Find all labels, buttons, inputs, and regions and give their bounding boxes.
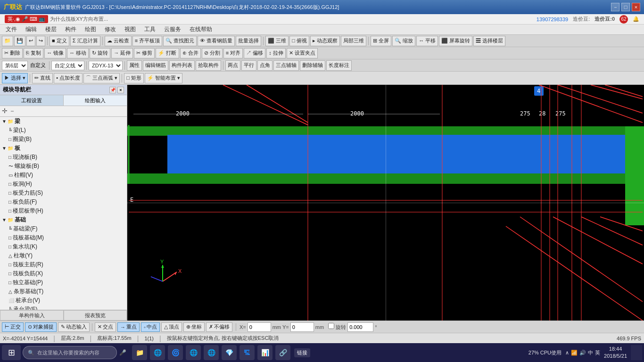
- maximize-button[interactable]: □: [621, 3, 630, 11]
- btn-split[interactable]: ⊘ 分割: [202, 48, 223, 58]
- btn-rectangle[interactable]: □ 矩形: [124, 73, 144, 83]
- tree-item-quanliang-b[interactable]: □ 圈梁(B): [0, 135, 127, 144]
- tray-ime-cn[interactable]: 中: [588, 349, 593, 356]
- btn-properties[interactable]: 属性: [127, 60, 142, 71]
- line-type-selector[interactable]: 自定义线: [51, 61, 84, 70]
- notif-text[interactable]: 为什么筏板XY方向布置...: [50, 16, 108, 23]
- rotate-input[interactable]: [347, 322, 373, 332]
- snap-coordinate[interactable]: ⊕ 坐标: [183, 322, 205, 332]
- btn-rotate[interactable]: ↻ 旋转: [90, 48, 110, 58]
- tab-drawing-input[interactable]: 绘图输入: [64, 95, 127, 106]
- tree-item-banfujin[interactable]: □板负筋(F): [0, 197, 127, 206]
- btn-offset[interactable]: ↗ 偏移: [244, 48, 265, 58]
- menu-cloud[interactable]: 云服务: [160, 25, 185, 34]
- menu-component[interactable]: 构件: [61, 25, 80, 34]
- tree-item-dulijijichuP[interactable]: □独立基础(P): [0, 278, 127, 287]
- tree-item-bandong[interactable]: □板洞(H): [0, 180, 127, 189]
- tree-item-fabanjinX[interactable]: □筏板负筋(X): [0, 269, 127, 278]
- btn-select[interactable]: ▶ 选择 ▾: [2, 73, 28, 83]
- btn-three-arc[interactable]: ⌒ 三点画弧 ▾: [83, 73, 120, 83]
- start-button[interactable]: ⊞: [2, 345, 21, 360]
- snap-no-offset[interactable]: ✗ 不偏移: [206, 322, 232, 332]
- btn-delete-aux[interactable]: 删除辅轴: [300, 60, 325, 71]
- btn-save[interactable]: 💾: [14, 36, 25, 46]
- show-desktop-btn[interactable]: [631, 345, 642, 360]
- tree-item-zhudunY[interactable]: △柱墩(Y): [0, 251, 127, 260]
- btn-pan[interactable]: ↔ 平移: [416, 36, 438, 46]
- btn-delete[interactable]: ✂ 删除: [2, 48, 23, 58]
- btn-pick-component[interactable]: 拾取构件: [196, 60, 221, 71]
- tab-project-settings[interactable]: 工程设置: [0, 95, 64, 106]
- menu-view[interactable]: 视图: [121, 25, 140, 34]
- btn-3d[interactable]: ⬛ 三维: [265, 36, 289, 46]
- tray-ime-en[interactable]: 英: [595, 349, 600, 356]
- component-selector[interactable]: ZDYX-13: [89, 61, 123, 70]
- tree-item-jishukengK[interactable]: □集水坑(K): [0, 242, 127, 251]
- sidebar-close-btn[interactable]: ×: [117, 87, 124, 93]
- btn-component-list[interactable]: 构件列表: [169, 60, 195, 71]
- tray-sound[interactable]: 🔊: [579, 350, 586, 356]
- tree-folder-beam[interactable]: ▼ 📁 梁: [0, 117, 127, 126]
- taskbar-clock[interactable]: 18:44 2018/5/21: [604, 346, 627, 360]
- cad-canvas-area[interactable]: 2000 2000 275 28 275 E 4: [127, 85, 644, 321]
- btn-cloud-check[interactable]: ☁ 云检查: [105, 36, 132, 46]
- btn-single-component[interactable]: 单构件输入: [0, 310, 64, 321]
- taskbar-app2[interactable]: 📊: [257, 345, 272, 360]
- taskbar-link-label[interactable]: 链接: [294, 348, 310, 357]
- sidebar-remove-btn[interactable]: －: [9, 107, 16, 115]
- tree-item-jichuliangf[interactable]: ╚基础梁(F): [0, 224, 127, 233]
- taskbar-browser3[interactable]: 🌐: [204, 345, 219, 360]
- btn-local-3d[interactable]: 局部三维: [341, 36, 366, 46]
- snap-intersection[interactable]: ✕ 交点: [95, 322, 116, 332]
- sidebar-pin-btn[interactable]: 📌: [109, 87, 116, 93]
- tree-folder-slab[interactable]: ▼ 📁 板: [0, 144, 127, 153]
- taskbar-app1[interactable]: 💎: [222, 345, 237, 360]
- btn-merge[interactable]: ⊕ 合并: [180, 48, 201, 58]
- btn-batch-select[interactable]: 批量选择: [236, 36, 261, 46]
- floor-selector[interactable]: 第6层: [2, 61, 28, 70]
- btn-fullscreen[interactable]: ⊞ 全屏: [371, 36, 391, 46]
- btn-point-length[interactable]: • 点加长度: [54, 73, 83, 83]
- menu-modify[interactable]: 修改: [101, 25, 120, 34]
- btn-three-point-aux[interactable]: 三点辅轴: [273, 60, 299, 71]
- sidebar-add-btn[interactable]: ✛: [2, 107, 8, 115]
- tree-item-zhumao[interactable]: ▭柱帽(V): [0, 171, 127, 180]
- minimize-button[interactable]: －: [611, 3, 619, 11]
- btn-select-floor[interactable]: ☰ 选择楼层: [473, 36, 505, 46]
- btn-extend[interactable]: → 延伸: [111, 48, 133, 58]
- tree-item-loubandai[interactable]: □楼层板带(H): [0, 206, 127, 215]
- rotate-checkbox[interactable]: [328, 323, 334, 329]
- btn-align-top[interactable]: ≡ 齐平板顶: [132, 36, 162, 46]
- snap-orthogonal[interactable]: ⊢ 正交: [2, 322, 24, 332]
- btn-edit-rebar[interactable]: 编辑钢筋: [143, 60, 168, 71]
- tree-item-tiaoXingjichuT[interactable]: △条形基础(T): [0, 287, 127, 296]
- tree-item-xianjiaob[interactable]: □现浇板(B): [0, 153, 127, 162]
- y-coord-input[interactable]: [290, 322, 314, 332]
- snap-vertex[interactable]: △ 顶点: [161, 322, 182, 332]
- taskbar-browser1[interactable]: 🌀: [168, 345, 183, 360]
- sougou-btn[interactable]: 英·,◉ 🎤 ⌨ 📺: [5, 15, 48, 23]
- btn-parallel[interactable]: 平行: [241, 60, 256, 71]
- btn-two-point[interactable]: 两点: [225, 60, 240, 71]
- btn-undo[interactable]: ↩: [26, 36, 35, 46]
- taskbar-edge[interactable]: 🌐: [150, 345, 165, 360]
- btn-orbit[interactable]: ▸ 动态观察: [310, 36, 340, 46]
- btn-set-grip[interactable]: ✕ 设置夹点: [287, 48, 318, 58]
- btn-top-view[interactable]: □ 俯视: [289, 36, 309, 46]
- menu-edit[interactable]: 编辑: [22, 25, 41, 34]
- tree-item-chengTaiLiangF[interactable]: ╚承台梁(F): [0, 305, 127, 310]
- btn-screen-rotate[interactable]: ⬛ 屏幕旋转: [439, 36, 472, 46]
- tree-item-fabanjichuM[interactable]: □筏板基础(M): [0, 233, 127, 242]
- snap-midpoint[interactable]: → 重点: [117, 322, 140, 332]
- tree-folder-foundation[interactable]: ▼ 📁 基础: [0, 215, 127, 224]
- menu-draw[interactable]: 绘图: [81, 25, 100, 34]
- btn-stretch[interactable]: ↕ 拉伸: [266, 48, 286, 58]
- tree-item-liang-l[interactable]: ╚ 梁(L): [0, 126, 127, 135]
- taskbar-link[interactable]: 🔗: [275, 345, 290, 360]
- microphone-button[interactable]: 🎤: [119, 345, 126, 360]
- search-bar[interactable]: 🔍 在这里输入你要搜索的内容: [23, 346, 117, 359]
- btn-view-rebar[interactable]: 👁 查看钢筋量: [198, 36, 235, 46]
- tray-up-arrow[interactable]: ∧: [565, 350, 569, 356]
- tree-item-luoxuanb[interactable]: 〜螺旋板(B): [0, 162, 127, 171]
- phone-number[interactable]: 13907298339: [537, 16, 568, 22]
